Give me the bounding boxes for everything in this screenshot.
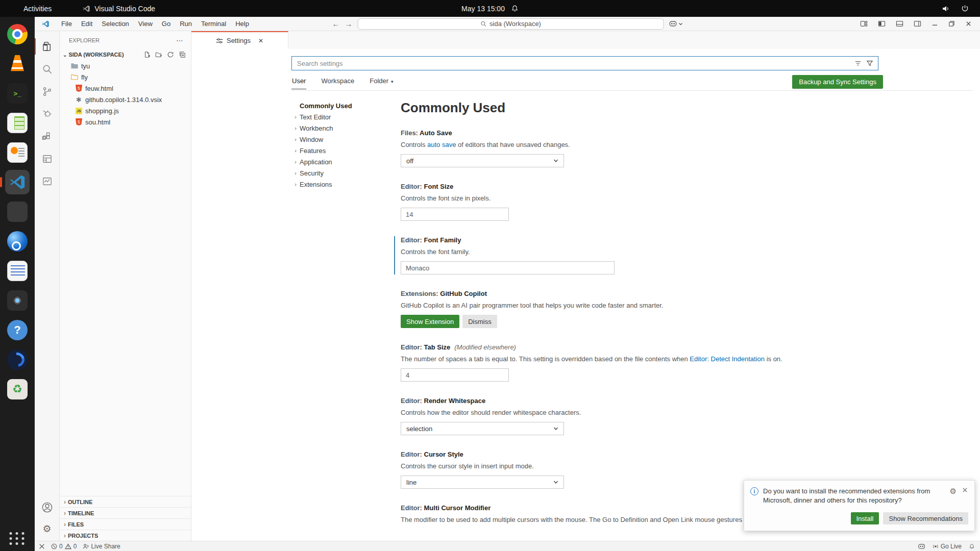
menu-edit[interactable]: Edit — [77, 18, 97, 29]
section-timeline[interactable]: ›TIMELINE — [60, 507, 191, 518]
section-projects[interactable]: ›PROJECTS — [60, 530, 191, 541]
new-folder-icon[interactable] — [155, 51, 162, 58]
menu-file[interactable]: File — [57, 18, 77, 29]
dock-libreoffice-impress-icon[interactable] — [5, 140, 30, 165]
dock-browser-swirl-icon[interactable] — [5, 347, 30, 372]
dock-terminal-icon[interactable]: >_ — [5, 81, 30, 106]
filter-funnel-icon[interactable] — [866, 60, 873, 67]
tree-item-sou-html[interactable]: 5 sou.html — [60, 116, 191, 128]
remote-indicator[interactable] — [39, 543, 45, 549]
close-icon[interactable] — [965, 20, 972, 27]
dock-steam-icon[interactable] — [5, 229, 30, 254]
show-applications-icon[interactable] — [10, 532, 26, 545]
auto-save-select[interactable]: off — [401, 154, 564, 167]
dock-libreoffice-calc-icon[interactable] — [5, 111, 30, 135]
activitybar-chart-icon[interactable] — [35, 170, 60, 192]
dock-vlc-icon[interactable] — [5, 52, 30, 76]
customize-layout-icon[interactable] — [860, 20, 868, 28]
go-live-button[interactable]: Go Live — [933, 543, 962, 550]
toc-text-editor[interactable]: ›Text Editor — [291, 111, 401, 122]
minimize-icon[interactable] — [932, 20, 938, 27]
copilot-menu[interactable] — [669, 20, 683, 27]
install-button[interactable]: Install — [851, 512, 879, 524]
restore-icon[interactable] — [948, 20, 955, 27]
activitybar-extensions-icon[interactable] — [35, 125, 60, 147]
activitybar-explorer-icon[interactable] — [35, 35, 60, 58]
collapse-all-icon[interactable] — [179, 51, 186, 58]
menu-run[interactable]: Run — [175, 18, 197, 29]
render-whitespace-select[interactable]: selection — [401, 422, 564, 435]
toc-security[interactable]: ›Security — [291, 167, 401, 179]
show-recommendations-button[interactable]: Show Recommendations — [883, 512, 968, 524]
accounts-icon[interactable] — [35, 496, 60, 518]
workspace-root-row[interactable]: ⌄ SIDA (WORKSPACE) — [60, 49, 191, 60]
toc-extensions[interactable]: ›Extensions — [291, 179, 401, 190]
backup-sync-settings-button[interactable]: Backup and Sync Settings — [792, 75, 883, 89]
tree-item-feuw-html[interactable]: 5 feuw.html — [60, 83, 191, 94]
detect-indentation-link[interactable]: Editor: Detect Indentation — [690, 355, 765, 363]
scope-tab-user[interactable]: User — [291, 75, 306, 89]
tab-settings[interactable]: Settings ✕ — [191, 31, 288, 49]
tab-size-input[interactable] — [401, 368, 509, 382]
activitybar-run-debug-icon[interactable] — [35, 103, 60, 125]
menu-help[interactable]: Help — [231, 18, 254, 29]
settings-gear-icon[interactable]: ⚙ — [35, 518, 60, 539]
refresh-icon[interactable] — [167, 51, 174, 58]
problems-indicator[interactable]: 0 0 — [51, 543, 77, 550]
toast-settings-gear-icon[interactable]: ⚙ — [950, 487, 957, 496]
scope-tab-folder[interactable]: Folder▾ — [369, 75, 394, 89]
show-extension-button[interactable]: Show Extension — [401, 315, 459, 328]
live-share-icon — [83, 543, 89, 549]
font-size-input[interactable] — [401, 208, 509, 221]
more-actions-icon[interactable]: ⋯ — [176, 36, 184, 44]
toggle-panel-icon[interactable] — [896, 20, 903, 28]
notifications-bell[interactable] — [969, 543, 975, 549]
new-file-icon[interactable] — [143, 51, 151, 58]
live-share-status[interactable]: Live Share — [83, 543, 120, 550]
dock-help-icon[interactable]: ? — [5, 318, 30, 342]
workspace-search-box[interactable]: sida (Workspace) — [358, 18, 664, 30]
toc-workbench[interactable]: ›Workbench — [291, 122, 401, 134]
toc-window[interactable]: ›Window — [291, 134, 401, 145]
dock-chrome-icon[interactable] — [5, 22, 30, 46]
activitybar-source-control-icon[interactable] — [35, 80, 60, 103]
dock-dark-app-icon[interactable] — [5, 199, 30, 224]
toggle-secondary-sidebar-icon[interactable] — [914, 20, 921, 28]
menu-terminal[interactable]: Terminal — [197, 18, 231, 29]
tree-item-vsix[interactable]: ✱ github.copilot-1.314.0.vsix — [60, 94, 191, 105]
section-outline[interactable]: ›OUTLINE — [60, 496, 191, 507]
menu-selection[interactable]: Selection — [97, 18, 133, 29]
toc-features[interactable]: ›Features — [291, 145, 401, 156]
toc-commonly-used[interactable]: Commonly Used — [291, 100, 401, 111]
menu-view[interactable]: View — [134, 18, 157, 29]
scope-tab-workspace[interactable]: Workspace — [321, 75, 355, 89]
tree-item-shopping-js[interactable]: JS shopping.js — [60, 105, 191, 116]
dock-vscode-icon[interactable] — [5, 170, 30, 194]
font-family-input[interactable] — [401, 261, 615, 274]
system-tray[interactable] — [942, 5, 969, 13]
copilot-status[interactable] — [918, 543, 925, 549]
toast-close-icon[interactable] — [962, 487, 968, 493]
tree-item-fly[interactable]: fly — [60, 71, 191, 83]
dismiss-button[interactable]: Dismiss — [462, 315, 497, 328]
dock-libreoffice-writer-icon[interactable] — [5, 259, 30, 283]
menu-go[interactable]: Go — [157, 18, 175, 29]
focused-app[interactable]: Visual Studio Code — [82, 5, 155, 13]
activitybar-search-icon[interactable] — [35, 58, 60, 80]
auto-save-link[interactable]: auto save — [427, 141, 456, 148]
tab-close-icon[interactable]: ✕ — [258, 37, 263, 44]
tree-item-tyu[interactable]: tyu — [60, 60, 191, 71]
toc-application[interactable]: ›Application — [291, 156, 401, 167]
dock-software-updater-icon[interactable]: ♻ — [5, 377, 30, 402]
forward-arrow-icon[interactable]: → — [345, 20, 353, 28]
back-arrow-icon[interactable]: ← — [332, 20, 340, 28]
toggle-primary-sidebar-icon[interactable] — [878, 20, 886, 28]
activities-button[interactable]: Activities — [19, 4, 56, 14]
clear-filters-icon[interactable] — [854, 60, 862, 67]
settings-search-input[interactable] — [292, 60, 854, 67]
cursor-style-select[interactable]: line — [401, 475, 564, 489]
dock-screenshot-tool-icon[interactable] — [5, 288, 30, 313]
clock-area[interactable]: May 13 15:00 — [461, 5, 519, 13]
section-files[interactable]: ›FILES — [60, 518, 191, 530]
activitybar-remote-grid-icon[interactable] — [35, 147, 60, 170]
